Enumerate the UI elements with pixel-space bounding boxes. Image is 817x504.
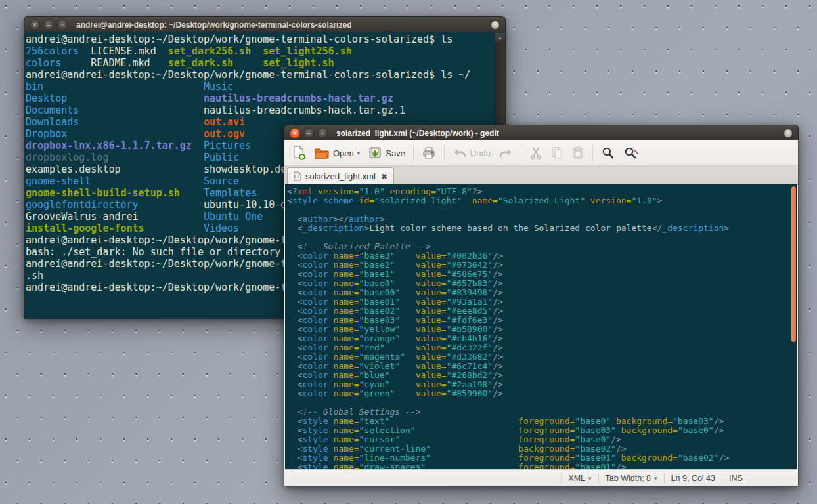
minimize-button[interactable]: ─ xyxy=(43,20,54,30)
lamp-icon xyxy=(491,20,500,30)
close-icon: ✕ xyxy=(32,22,37,28)
code-line: <style name="text" foreground="base0" ba… xyxy=(287,417,797,426)
code-line xyxy=(287,233,797,242)
cut-scissors-icon xyxy=(529,146,542,160)
save-button[interactable]: Save xyxy=(364,143,408,163)
code-line: <color name="yellow" value="#b58900"/> xyxy=(287,325,797,334)
code-line: <color name="base03" value="#fdf6e3"/> xyxy=(287,316,797,325)
cursor-position-label: Ln 9, Col 43 xyxy=(671,474,715,483)
chevron-down-icon: ▾ xyxy=(357,150,361,156)
terminal-title: andrei@andrei-desktop: ~/Desktop/work/gn… xyxy=(76,20,351,30)
code-line: <color name="blue" value="#268bd2"/> xyxy=(287,371,797,380)
code-line xyxy=(287,205,797,215)
maximize-button[interactable]: ▫ xyxy=(317,128,328,138)
code-line: <?xml version="1.0" encoding="UTF-8"?> xyxy=(287,187,797,196)
cursor-position: Ln 9, Col 43 xyxy=(664,472,722,484)
replace-button[interactable] xyxy=(620,143,642,163)
tab-width-selector[interactable]: Tab Width: 8 ▾ xyxy=(598,472,664,484)
terminal-line: andrei@andrei-desktop:~/Desktop/work/gno… xyxy=(26,69,505,81)
code-line: <!-- Solarized Palette --> xyxy=(287,242,797,251)
code-line: <color name="base02" value="#eee8d5"/> xyxy=(287,306,797,316)
print-button[interactable] xyxy=(418,143,439,163)
terminal-line: Desktop nautilus-breadcrumbs-hack.tar.gz xyxy=(26,93,505,104)
tab-close-button[interactable]: ✖ xyxy=(381,173,387,180)
gedit-window: ✕ ─ ▫ solarized_light.xml (~/Desktop/wor… xyxy=(284,125,799,487)
code-line: <style-scheme id="solarized_light" _name… xyxy=(287,196,797,205)
save-icon xyxy=(368,146,382,160)
code-line: <color name="base00" value="#839496"/> xyxy=(287,288,797,297)
code-line: <color name="violet" value="#6c71c4"/> xyxy=(287,362,797,371)
code-line: <_description>Light color scheme based o… xyxy=(287,224,797,233)
chevron-down-icon: ▾ xyxy=(654,475,657,482)
scroll-up-icon: ▲ xyxy=(498,35,502,40)
code-line: <color name="base0" value="#657b83"/> xyxy=(287,279,797,288)
minimize-icon: ─ xyxy=(307,130,311,136)
code-line: <style name="cursor" foreground="base0"/… xyxy=(287,435,797,444)
tab-width-label: Tab Width: 8 xyxy=(606,474,651,483)
code-line: <color name="base2" value="#073642"/> xyxy=(287,261,797,270)
new-document-icon xyxy=(292,145,306,161)
tab-bar: solarized_light.xml ✖ xyxy=(284,166,798,185)
desktop: { "icons": { "window_close": "✕", "windo… xyxy=(0,0,817,504)
open-button[interactable]: Open ▾ xyxy=(311,144,363,162)
copy-icon xyxy=(550,146,563,160)
minimize-icon: ─ xyxy=(47,22,51,28)
toolbar-separator xyxy=(413,145,414,161)
editor-scrollbar[interactable] xyxy=(791,186,796,342)
code-line: <color name="magenta" value="#d33682"/> xyxy=(287,352,797,362)
minimize-button[interactable]: ─ xyxy=(303,128,314,138)
undo-icon xyxy=(453,146,467,159)
terminal-line: 256colors LICENSE.mkd set_dark256.sh set… xyxy=(26,45,505,57)
print-icon xyxy=(422,146,436,160)
close-button[interactable]: ✕ xyxy=(290,128,300,138)
editor-code[interactable]: <?xml version="1.0" encoding="UTF-8"?><s… xyxy=(285,184,797,470)
gedit-titlebar[interactable]: ✕ ─ ▫ solarized_light.xml (~/Desktop/wor… xyxy=(284,125,799,140)
terminal-line: Documents nautilus-breadcrumbs-hack.tar.… xyxy=(26,104,505,116)
code-line: <color name="red" value="#dc322f"/> xyxy=(287,343,797,352)
insert-mode-indicator: INS xyxy=(722,472,798,484)
code-line: <color name="green" value="#859900"/> xyxy=(287,389,797,398)
code-line: <color name="base3" value="#002b36"/> xyxy=(287,251,797,261)
toolbar-separator xyxy=(592,145,593,161)
code-line: <!-- Global Settings --> xyxy=(287,408,797,417)
find-button[interactable] xyxy=(598,143,619,163)
new-document-button[interactable] xyxy=(288,142,309,163)
open-label: Open xyxy=(333,148,354,158)
scroll-up-button[interactable]: ▲ xyxy=(495,33,505,43)
gedit-title: solarized_light.xml (~/Desktop/work) - g… xyxy=(336,129,499,138)
cut-button xyxy=(526,143,546,163)
open-folder-icon xyxy=(314,146,330,159)
tab-label: solarized_light.xml xyxy=(305,171,376,181)
paste-icon xyxy=(571,146,585,160)
terminal-titlebar[interactable]: ✕ ─ ▫ andrei@andrei-desktop: ~/Desktop/w… xyxy=(24,16,506,32)
search-icon xyxy=(601,146,615,160)
code-line: <author></author> xyxy=(287,215,797,224)
terminal-line: colors README.mkd set_dark.sh set_light.… xyxy=(26,57,505,69)
insert-mode-label: INS xyxy=(729,474,743,483)
tab-solarized-light-xml[interactable]: solarized_light.xml ✖ xyxy=(287,167,394,184)
code-line: <color name="orange" value="#cb4b16"/> xyxy=(287,334,797,343)
language-selector[interactable]: XML ▾ xyxy=(561,472,598,484)
toolbar-separator xyxy=(444,145,445,161)
maximize-button[interactable]: ▫ xyxy=(57,20,68,30)
code-line: <color name="cyan" value="#2aa198"/> xyxy=(287,380,797,389)
close-icon: ✕ xyxy=(292,130,298,136)
undo-button: Undo xyxy=(449,144,494,162)
code-line: <color name="base01" value="#93a1a1"/> xyxy=(287,297,797,306)
redo-button xyxy=(495,144,516,162)
toolbar-separator xyxy=(521,145,521,161)
copy-button xyxy=(547,143,567,163)
terminal-line: bin Music xyxy=(26,81,505,93)
chevron-down-icon: ▾ xyxy=(588,475,592,482)
maximize-icon: ▫ xyxy=(61,22,63,28)
undo-label: Undo xyxy=(470,148,491,158)
status-bar: XML ▾ Tab Width: 8 ▾ Ln 9, Col 43 INS xyxy=(284,469,798,486)
save-label: Save xyxy=(386,148,405,158)
file-icon xyxy=(294,171,301,181)
terminal-line: andrei@andrei-desktop:~/Desktop/work/gno… xyxy=(26,33,505,45)
search-replace-icon xyxy=(623,146,639,160)
code-line: <style name="current-line" background="b… xyxy=(287,444,797,453)
redo-icon xyxy=(498,146,513,159)
code-line: <color name="base1" value="#586e75"/> xyxy=(287,270,797,279)
close-button[interactable]: ✕ xyxy=(30,20,40,30)
